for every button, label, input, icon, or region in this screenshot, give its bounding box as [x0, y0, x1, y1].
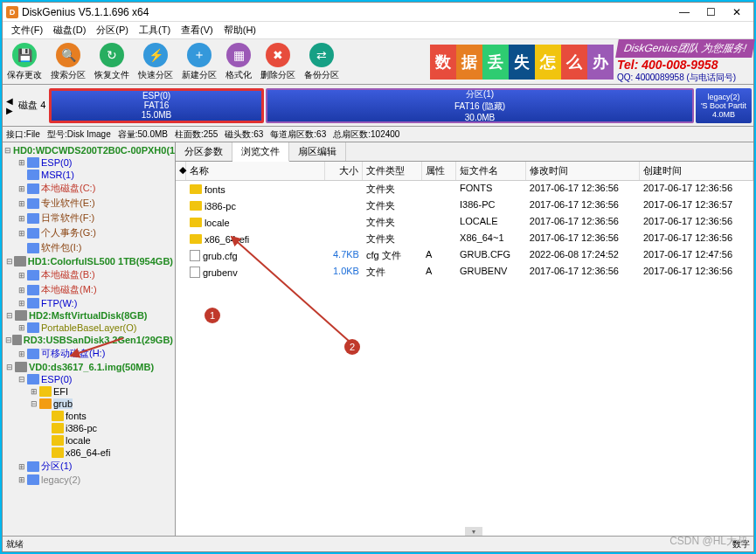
tree-v-esp[interactable]: ESP(0) — [41, 374, 72, 384]
titlebar: D DiskGenius V5.1.1.696 x64 — ☐ ✕ — [3, 3, 753, 22]
tree-hd1[interactable]: HD1:ColorfulSL500 1TB(954GB) — [28, 256, 173, 267]
file-list-header: ◆ 名称 大小 文件类型 属性 短文件名 修改时间 创建时间 — [176, 162, 753, 181]
menu-partition[interactable]: 分区(P) — [91, 22, 134, 38]
toolbar-label: 格式化 — [225, 69, 252, 81]
tree-e[interactable]: 专业软件(E:) — [41, 197, 95, 210]
tree-fz1[interactable]: 分区(1) — [41, 460, 72, 473]
partition-fz-size: 30.0MB — [465, 113, 495, 122]
diskmap-prev[interactable]: ◀ — [6, 96, 13, 106]
tree-ftp[interactable]: FTP(W:) — [41, 298, 77, 308]
watermark: CSDN @HL大叔 — [669, 534, 747, 549]
info-model: 型号:Disk Image — [47, 128, 111, 140]
toolbar-label: 备份分区 — [304, 69, 339, 81]
file-attr: A — [422, 248, 456, 263]
tree-h[interactable]: 可移动磁盘(H:) — [41, 347, 105, 360]
tree-pbl[interactable]: PortableBaseLayer(O) — [41, 322, 136, 333]
file-mtime: 2017-06-17 12:36:56 — [526, 198, 640, 213]
col-ctime[interactable]: 创建时间 — [640, 162, 753, 180]
disk-map-row: ◀ ▶ 磁盘 4 ESP(0) FAT16 15.0MB 分区(1) FAT16… — [3, 85, 753, 127]
tree-rd3[interactable]: RD3:USBSanDisk3.2Gen1(29GB) — [24, 335, 173, 345]
file-ctime: 2017-06-17 12:36:56 — [640, 265, 753, 280]
file-row[interactable]: x86_64-efi文件夹X86_64~12017-06-17 12:36:56… — [176, 231, 753, 247]
toolbar-btn-3[interactable]: ⚡快速分区 — [135, 41, 177, 83]
banner-tel: Tel: 400-008-9958 — [617, 58, 753, 72]
tree-hd0[interactable]: HD0:WDCWDS200T2B0C-00PXH0(1863GB — [13, 145, 176, 156]
disk-tree[interactable]: ⊟HD0:WDCWDS200T2B0C-00PXH0(1863GB ⊞ESP(0… — [3, 142, 176, 536]
info-capacity: 容量:50.0MB — [118, 128, 168, 140]
partition-esp-name: ESP(0) — [142, 91, 170, 100]
col-size[interactable]: 大小 — [325, 162, 363, 180]
file-short: X86_64~1 — [456, 232, 526, 246]
file-ctime: 2017-06-17 12:36:56 — [640, 215, 753, 230]
file-type: 文件夹 — [363, 232, 422, 246]
toolbar-icon: ＋ — [187, 43, 212, 67]
banner-block: 据 — [456, 45, 482, 80]
toolbar-btn-5[interactable]: ▦格式化 — [222, 41, 255, 83]
col-name[interactable]: 名称 — [186, 162, 325, 180]
col-type[interactable]: 文件类型 — [363, 162, 422, 180]
tab-partition-params[interactable]: 分区参数 — [176, 142, 232, 161]
menu-view[interactable]: 查看(V) — [176, 22, 218, 38]
partition-legacy[interactable]: legacy(2) 'S Boot Partit 4.0MB — [696, 88, 752, 123]
minimize-button[interactable]: — — [671, 3, 697, 21]
partition-legacy-name: legacy(2) — [707, 93, 739, 101]
file-row[interactable]: fonts文件夹FONTS2017-06-17 12:36:562017-06-… — [176, 181, 753, 197]
menu-tools[interactable]: 工具(T) — [134, 22, 176, 38]
file-name: fonts — [205, 184, 225, 195]
toolbar-btn-6[interactable]: ✖删除分区 — [257, 41, 299, 83]
toolbar-btn-1[interactable]: 🔍搜索分区 — [47, 41, 89, 83]
toolbar-btn-7[interactable]: ⇄备份分区 — [301, 41, 343, 83]
tree-legacy2[interactable]: legacy(2) — [41, 474, 80, 485]
toolbar-btn-0[interactable]: 💾保存更改 — [3, 41, 45, 83]
file-attr — [422, 182, 456, 197]
tree-msr1[interactable]: MSR(1) — [41, 170, 74, 180]
tab-browse-files[interactable]: 浏览文件 — [232, 142, 289, 162]
tree-f[interactable]: 日常软件(F:) — [41, 211, 94, 225]
file-type: 文件 — [363, 265, 422, 280]
tree-m[interactable]: 本地磁盘(M:) — [41, 283, 97, 296]
file-row[interactable]: locale文件夹LOCALE2017-06-17 12:36:562017-0… — [176, 214, 753, 231]
tab-sector-edit[interactable]: 扇区编辑 — [289, 142, 346, 161]
maximize-button[interactable]: ☐ — [697, 3, 724, 21]
menu-file[interactable]: 文件(F) — [6, 22, 48, 38]
col-up[interactable]: ◆ — [176, 162, 186, 180]
banner-block: 怎 — [535, 45, 561, 80]
menu-disk[interactable]: 磁盘(D) — [48, 22, 91, 38]
tree-hd2[interactable]: HD2:MsftVirtualDisk(8GB) — [29, 310, 148, 321]
tree-locale[interactable]: locale — [66, 435, 91, 446]
tree-vd0[interactable]: VD0:ds3617_6.1.img(50MB) — [29, 362, 154, 372]
tree-x86[interactable]: x86_64-efi — [66, 447, 110, 458]
folder-icon — [190, 184, 202, 194]
toolbar-btn-4[interactable]: ＋新建分区 — [178, 41, 220, 83]
toolbar: 💾保存更改🔍搜索分区↻恢复文件⚡快速分区＋新建分区▦格式化✖删除分区⇄备份分区 … — [3, 39, 753, 85]
disk-info-bar: 接口:File 型号:Disk Image 容量:50.0MB 柱面数:255 … — [3, 127, 753, 142]
close-button[interactable]: ✕ — [724, 3, 750, 21]
file-name: grub.cfg — [203, 251, 238, 261]
toolbar-btn-2[interactable]: ↻恢复文件 — [91, 41, 133, 83]
file-icon — [190, 250, 200, 261]
partition-esp[interactable]: ESP(0) FAT16 15.0MB — [49, 88, 264, 123]
tree-fonts[interactable]: fonts — [66, 411, 87, 421]
col-attr[interactable]: 属性 — [422, 162, 456, 180]
partition-legacy-size: 4.0MB — [712, 110, 735, 119]
file-row[interactable]: grubenv1.0KB文件AGRUBENV2017-06-17 12:36:5… — [176, 264, 753, 280]
col-mtime[interactable]: 修改时间 — [526, 162, 640, 180]
tree-grub[interactable]: grub — [53, 398, 73, 409]
file-row[interactable]: i386-pc文件夹I386-PC2017-06-17 12:36:562017… — [176, 197, 753, 214]
diskmap-next[interactable]: ▶ — [6, 106, 13, 115]
tree-c[interactable]: 本地磁盘(C:) — [41, 182, 95, 195]
scroll-hint-icon[interactable]: ▾ — [465, 527, 482, 536]
tree-g[interactable]: 个人事务(G:) — [41, 226, 96, 239]
partition-fz1[interactable]: 分区(1) FAT16 (隐藏) 30.0MB — [266, 88, 694, 123]
tree-b[interactable]: 本地磁盘(B:) — [41, 268, 95, 281]
file-list[interactable]: ◆ 名称 大小 文件类型 属性 短文件名 修改时间 创建时间 fonts文件夹F… — [176, 162, 753, 536]
file-name: grubenv — [203, 267, 238, 278]
tree-efi[interactable]: EFI — [53, 386, 68, 397]
tree-i386[interactable]: i386-pc — [66, 423, 97, 433]
tree-esp0[interactable]: ESP(0) — [41, 157, 72, 168]
file-row[interactable]: grub.cfg4.7KBcfg 文件AGRUB.CFG2022-06-08 1… — [176, 247, 753, 264]
file-attr — [422, 232, 456, 246]
menu-help[interactable]: 帮助(H) — [218, 22, 261, 38]
tree-i[interactable]: 软件包(I:) — [41, 241, 81, 254]
col-short[interactable]: 短文件名 — [456, 162, 526, 180]
